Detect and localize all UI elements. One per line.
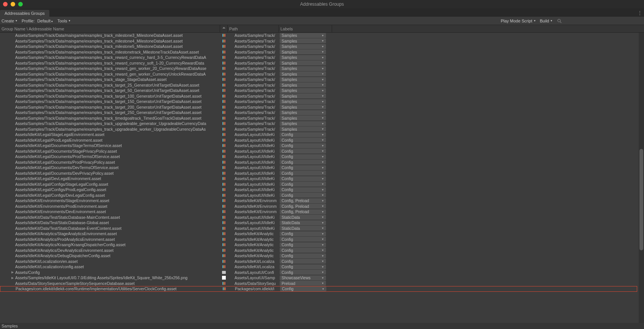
table-row[interactable]: Assets/Samples/Track/Data/maingame/examp… xyxy=(0,121,637,127)
table-row[interactable]: Assets/Samples/Track/Data/maingame/examp… xyxy=(0,66,637,71)
table-row[interactable]: Assets/IdleKit/Legal/Documents/StagePriv… xyxy=(0,149,637,154)
table-row[interactable]: ▶Assets/Samples/IdleKit LayoutUI/0.7.0/E… xyxy=(0,275,637,281)
labels-dropdown[interactable]: Config▼ xyxy=(280,160,326,164)
create-dropdown[interactable]: Create xyxy=(2,19,17,23)
profile-dropdown[interactable]: Profile: Default xyxy=(22,19,53,23)
labels-dropdown[interactable]: Config▼ xyxy=(280,154,326,159)
kebab-menu-icon[interactable]: ⋮ xyxy=(637,10,642,16)
maximize-button[interactable] xyxy=(18,2,23,6)
labels-dropdown[interactable]: Config▼ xyxy=(280,149,326,153)
labels-dropdown[interactable]: Config▼ xyxy=(280,165,326,170)
labels-dropdown[interactable]: StaticData▼ xyxy=(280,220,326,225)
table-row[interactable]: Assets/Samples/Track/Data/maingame/examp… xyxy=(0,99,637,104)
labels-dropdown[interactable]: Samples▼ xyxy=(280,110,326,115)
labels-dropdown[interactable]: Config▼ xyxy=(280,176,326,181)
labels-dropdown[interactable]: Config▼ xyxy=(280,143,326,148)
table-row[interactable]: Assets/IdleKit/Data/Test/StaticDatabase-… xyxy=(0,215,637,220)
table-row[interactable]: Assets/IdleKit/Localization/en.assetAsse… xyxy=(0,259,637,264)
table-row[interactable]: Assets/IdleKit/Analytics/DevAnalyticsEnv… xyxy=(0,248,637,253)
table-row[interactable]: Packages/com.idlekit/idlekit-core/Runtim… xyxy=(0,286,637,292)
labels-dropdown[interactable]: Preload▼ xyxy=(280,281,326,286)
labels-dropdown[interactable]: Samples▼ xyxy=(280,55,326,60)
labels-dropdown[interactable]: Samples▼ xyxy=(280,60,326,65)
table-row[interactable]: Assets/Samples/Track/Data/maingame/examp… xyxy=(0,77,637,82)
table-row[interactable]: Assets/IdleKit/Environments/ProdEnvironm… xyxy=(0,204,637,209)
table-row[interactable]: Assets/IdleKit/Legal/Documents/DevTermsO… xyxy=(0,165,637,171)
table-row[interactable]: Assets/IdleKit/Data/Test/StaticDatabase-… xyxy=(0,220,637,226)
labels-dropdown[interactable]: Config▼ xyxy=(280,264,326,269)
header-labels[interactable]: Labels xyxy=(279,25,332,32)
table-row[interactable]: Assets/IdleKit/Data/Test/StaticDatabase-… xyxy=(0,226,637,231)
labels-dropdown[interactable]: Config▼ xyxy=(280,138,326,142)
labels-dropdown[interactable]: Config, Preload▼ xyxy=(280,198,326,203)
table-row[interactable]: Assets/IdleKit/Analytics/Kraang/KraangDi… xyxy=(0,242,637,248)
labels-dropdown[interactable]: Samples▼ xyxy=(280,66,326,71)
table-row[interactable]: Assets/Samples/Track/Data/maingame/examp… xyxy=(0,110,637,115)
labels-dropdown[interactable]: Config▼ xyxy=(280,187,326,192)
labels-dropdown[interactable]: Config, Preload▼ xyxy=(280,209,326,214)
expand-icon[interactable]: ▶ xyxy=(11,270,14,274)
table-row[interactable]: Assets/Samples/Track/Data/maingame/examp… xyxy=(0,49,637,55)
expand-icon[interactable]: ▶ xyxy=(11,276,14,280)
labels-dropdown[interactable]: Samples▼ xyxy=(280,49,326,54)
table-row[interactable]: Assets/IdleKit/Legal/Configs/StageLegalC… xyxy=(0,182,637,187)
table-row[interactable]: Assets/Samples/Track/Data/maingame/examp… xyxy=(0,127,637,132)
table-row[interactable]: Assets/IdleKit/Legal/StageLegalEnvironme… xyxy=(0,132,637,138)
header-icon[interactable] xyxy=(220,25,228,32)
labels-dropdown[interactable]: Config▼ xyxy=(280,182,326,187)
table-row[interactable]: Assets/Data/StorySequence/SampleStorySeq… xyxy=(0,281,637,286)
close-button[interactable] xyxy=(3,2,8,6)
header-path[interactable]: Path xyxy=(228,25,279,32)
table-row[interactable]: Assets/IdleKit/Localization/config.asset… xyxy=(0,264,637,270)
table-row[interactable]: Assets/IdleKit/Analytics/DebugDispatcher… xyxy=(0,253,637,259)
labels-dropdown[interactable]: ShowcaseViews▼ xyxy=(280,275,326,280)
table-row[interactable]: Assets/IdleKit/Environments/DevEnvironme… xyxy=(0,209,637,215)
table-row[interactable]: Assets/Samples/Track/Data/maingame/examp… xyxy=(0,115,637,121)
labels-dropdown[interactable]: Samples▼ xyxy=(280,88,326,93)
labels-dropdown[interactable]: Samples▼ xyxy=(280,127,326,131)
labels-dropdown[interactable]: Config, Preload▼ xyxy=(280,204,326,209)
table-row[interactable]: Assets/IdleKit/Legal/Documents/ProdTerms… xyxy=(0,154,637,160)
labels-dropdown[interactable]: Samples▼ xyxy=(280,38,326,43)
table-row[interactable]: Assets/IdleKit/Legal/Documents/StageTerm… xyxy=(0,143,637,149)
table-row[interactable]: Assets/IdleKit/Legal/ProdLegalEnvironmen… xyxy=(0,138,637,143)
table-row[interactable]: Assets/IdleKit/Legal/Documents/ProdPriva… xyxy=(0,160,637,165)
labels-dropdown[interactable]: Samples▼ xyxy=(280,44,326,49)
table-row[interactable]: ▶Assets/ConfigAssets/LayoutUI/ConfiConfi… xyxy=(0,270,637,275)
labels-dropdown[interactable]: Samples▼ xyxy=(280,82,326,87)
table-row[interactable]: Assets/Samples/Track/Data/maingame/examp… xyxy=(0,82,637,88)
table-row[interactable]: Assets/IdleKit/Environments/StageEnviron… xyxy=(0,198,637,204)
labels-dropdown[interactable]: Samples▼ xyxy=(280,71,326,76)
labels-dropdown[interactable]: StaticData▼ xyxy=(280,226,326,231)
table-row[interactable]: Assets/IdleKit/Legal/Documents/DevPrivac… xyxy=(0,171,637,176)
scrollbar-thumb[interactable] xyxy=(639,149,643,250)
table-row[interactable]: Assets/Samples/Track/Data/maingame/examp… xyxy=(0,38,637,44)
labels-dropdown[interactable]: Samples▼ xyxy=(280,33,326,38)
labels-dropdown[interactable]: Config▼ xyxy=(280,193,326,198)
header-name[interactable]: Group Name \ Addressable Name xyxy=(0,25,220,32)
table-row[interactable]: Assets/IdleKit/Legal/Configs/DevLegalCon… xyxy=(0,193,637,198)
table-row[interactable]: Assets/IdleKit/Analytics/ProdAnalyticsEn… xyxy=(0,237,637,242)
table-row[interactable]: Assets/Samples/Track/Data/maingame/examp… xyxy=(0,71,637,77)
search-icon[interactable] xyxy=(557,18,562,24)
tools-dropdown[interactable]: Tools xyxy=(57,19,70,23)
play-mode-dropdown[interactable]: Play Mode Script xyxy=(501,19,535,23)
minimize-button[interactable] xyxy=(11,2,15,6)
labels-dropdown[interactable]: Samples▼ xyxy=(280,99,326,104)
table-row[interactable]: Assets/IdleKit/Analytics/StageAnalyticsE… xyxy=(0,231,637,237)
labels-dropdown[interactable]: Config▼ xyxy=(280,270,326,275)
labels-dropdown[interactable]: Samples▼ xyxy=(280,121,326,126)
labels-dropdown[interactable]: Config▼ xyxy=(280,242,326,247)
table-row[interactable]: Assets/Samples/Track/Data/maingame/examp… xyxy=(0,33,637,38)
labels-dropdown[interactable]: Config▼ xyxy=(280,171,326,176)
table-row[interactable]: Assets/Samples/Track/Data/maingame/examp… xyxy=(0,93,637,99)
labels-dropdown[interactable]: Config▼ xyxy=(280,286,326,291)
labels-dropdown[interactable]: Config▼ xyxy=(280,237,326,242)
table-row[interactable]: Assets/IdleKit/Legal/Configs/ProdLegalCo… xyxy=(0,187,637,193)
labels-dropdown[interactable]: Config▼ xyxy=(280,253,326,258)
tab-addressables-groups[interactable]: Addressables Groups xyxy=(0,10,49,17)
vertical-scrollbar[interactable] xyxy=(639,33,644,323)
labels-dropdown[interactable]: Samples▼ xyxy=(280,104,326,109)
table-row[interactable]: Assets/Samples/Track/Data/maingame/examp… xyxy=(0,104,637,110)
labels-dropdown[interactable]: Samples▼ xyxy=(280,115,326,120)
